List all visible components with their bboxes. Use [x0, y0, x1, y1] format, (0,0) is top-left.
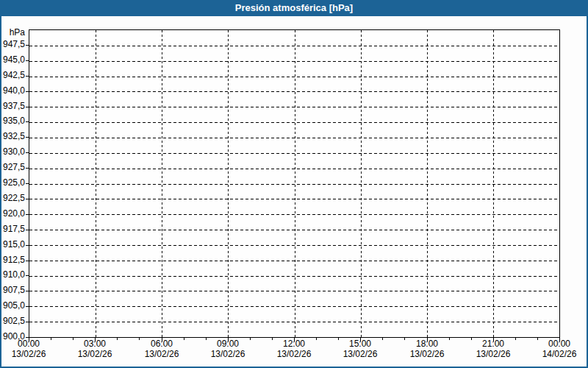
x-minor-tick-mark — [537, 338, 538, 340]
x-tick-date-label: 13/02/26 — [198, 350, 257, 359]
y-tick-mark — [26, 60, 29, 61]
y-tick-label: 930,0 — [0, 147, 25, 157]
y-tick-label: 925,0 — [0, 178, 25, 188]
x-tick-date-label: 13/02/26 — [0, 350, 58, 359]
x-minor-tick-mark — [73, 338, 74, 340]
y-tick-label: 915,0 — [0, 240, 25, 250]
v-gridline — [295, 30, 295, 337]
x-minor-tick-mark — [316, 338, 317, 340]
y-tick-mark — [26, 245, 29, 246]
y-tick-mark — [26, 275, 29, 276]
v-gridline — [228, 30, 229, 337]
x-tick-date-label: 13/02/26 — [132, 350, 191, 359]
y-tick-label: 947,5 — [0, 40, 25, 49]
y-tick-label: 932,5 — [0, 132, 25, 141]
y-tick-mark — [26, 91, 29, 92]
y-tick-mark — [26, 168, 29, 169]
y-tick-label: 912,5 — [0, 255, 25, 265]
x-minor-tick-mark — [117, 338, 118, 340]
x-major-tick-mark — [559, 338, 560, 342]
y-tick-label: 902,5 — [0, 316, 25, 326]
x-minor-tick-mark — [449, 338, 450, 340]
y-tick-label: 945,0 — [0, 55, 25, 65]
y-tick-label: 907,5 — [0, 286, 25, 295]
x-minor-tick-mark — [382, 338, 383, 340]
y-tick-mark — [26, 76, 29, 77]
v-gridline — [96, 30, 96, 337]
y-tick-label: 917,5 — [0, 224, 25, 234]
y-tick-mark — [26, 291, 29, 291]
chart-canvas: Presión atmosférica [hPa] hPa 947,5945,0… — [0, 0, 588, 368]
y-tick-mark — [26, 199, 29, 199]
x-major-tick-mark — [294, 338, 295, 342]
x-tick-date-label: 14/02/26 — [530, 350, 588, 359]
x-minor-tick-mark — [515, 338, 516, 340]
y-tick-label: 927,5 — [0, 163, 25, 172]
y-tick-label: 935,0 — [0, 116, 25, 126]
x-minor-tick-mark — [139, 338, 140, 340]
x-tick-date-label: 13/02/26 — [265, 350, 323, 359]
x-major-tick-mark — [427, 338, 428, 342]
y-axis-unit-label: hPa — [0, 28, 25, 38]
x-major-tick-mark — [360, 338, 361, 342]
x-tick-date-label: 13/02/26 — [398, 350, 456, 359]
y-tick-mark — [26, 230, 29, 230]
y-tick-mark — [26, 152, 29, 153]
x-tick-date-label: 13/02/26 — [65, 350, 124, 359]
x-minor-tick-mark — [250, 338, 251, 340]
y-tick-mark — [26, 107, 29, 107]
y-tick-label: 905,0 — [0, 301, 25, 311]
y-tick-label: 922,5 — [0, 194, 25, 203]
y-tick-mark — [26, 183, 29, 184]
y-tick-mark — [26, 137, 29, 138]
x-major-tick-mark — [493, 338, 494, 342]
y-tick-label: 942,5 — [0, 71, 25, 80]
x-minor-tick-mark — [206, 338, 207, 340]
y-tick-mark — [26, 214, 29, 215]
chart-title: Presión atmosférica [hPa] — [235, 2, 353, 13]
x-minor-tick-mark — [51, 338, 51, 340]
y-tick-label: 910,0 — [0, 270, 25, 280]
v-gridline — [361, 30, 362, 337]
x-minor-tick-mark — [404, 338, 405, 340]
y-tick-label: 940,0 — [0, 86, 25, 96]
x-minor-tick-mark — [272, 338, 273, 340]
x-minor-tick-mark — [184, 338, 184, 340]
x-major-tick-mark — [95, 338, 96, 342]
x-tick-date-label: 13/02/26 — [464, 350, 523, 359]
y-tick-label: 920,0 — [0, 209, 25, 219]
x-minor-tick-mark — [471, 338, 472, 340]
y-tick-mark — [26, 45, 29, 46]
v-gridline — [162, 30, 162, 337]
v-gridline — [493, 30, 494, 337]
y-tick-mark — [26, 322, 29, 322]
v-gridline — [427, 30, 428, 337]
y-tick-mark — [26, 261, 29, 261]
plot-area — [29, 29, 560, 338]
y-tick-mark — [26, 306, 29, 307]
x-major-tick-mark — [29, 338, 29, 342]
pressure-chart-window: Presión atmosférica [hPa] hPa 947,5945,0… — [0, 0, 588, 368]
y-tick-mark — [26, 121, 29, 122]
x-minor-tick-mark — [338, 338, 339, 340]
x-tick-date-label: 13/02/26 — [331, 350, 390, 359]
x-major-tick-mark — [228, 338, 229, 342]
y-tick-label: 937,5 — [0, 102, 25, 111]
chart-title-bar: Presión atmosférica [hPa] — [0, 0, 588, 16]
x-major-tick-mark — [162, 338, 162, 342]
